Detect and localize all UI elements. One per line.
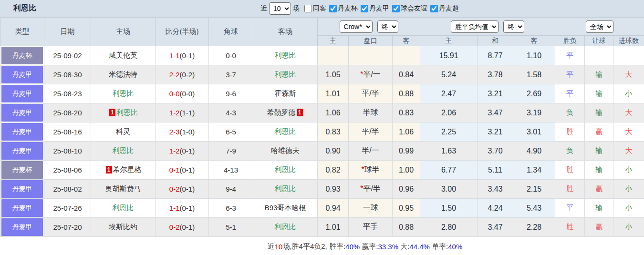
- handicap-result-cell: 输: [585, 142, 613, 161]
- col-header-goals: 进球数: [613, 36, 644, 46]
- recent-count-select[interactable]: 10: [269, 2, 291, 15]
- summary-part: 44.4%: [409, 243, 430, 251]
- corner-cell: 9-4: [209, 180, 253, 199]
- team-name: 利恩比: [275, 51, 296, 59]
- avg-home-cell: 2.47: [420, 84, 478, 103]
- early-odds-asterisk: *: [360, 184, 363, 193]
- avg-odds-select[interactable]: 胜平负均值: [451, 20, 499, 33]
- table-row: 丹麦杯25-09-02咸美伦英1-1(0-1)0-0利恩比15.918.771.…: [0, 46, 644, 65]
- odds-away-cell: 0.96: [393, 180, 420, 199]
- table-header: 类型 日期 主场 比分(半场) 角球 客场 Crow* 终 胜平负均值 终: [0, 18, 644, 46]
- avg-away-cell: 1.10: [513, 46, 555, 65]
- avg-away-cell: 3.19: [513, 103, 555, 122]
- league-first-division-checkbox[interactable]: [361, 5, 368, 12]
- handicap-result-cell: 赢: [585, 180, 613, 199]
- handicap-cell: *球半: [349, 161, 393, 180]
- team-name: 咸美伦英: [109, 51, 137, 59]
- away-team-cell: 利恩比: [253, 180, 318, 199]
- score-cell: 0-2(0-1): [156, 180, 209, 199]
- handicap-cell: 平/半: [349, 122, 393, 142]
- period-select[interactable]: 全场: [586, 20, 613, 33]
- score-cell: 1-1(0-1): [156, 46, 209, 65]
- league-type-badge: 丹麦甲: [1, 180, 43, 198]
- avg-home-cell: 2.25: [420, 122, 478, 142]
- fulltime-score: 0-2: [169, 223, 180, 231]
- table-row: 丹麦甲25-08-201利恩比1-2(1-1)4-3希勒罗德11.06半球0.8…: [0, 103, 644, 122]
- result-cell: 负: [555, 103, 585, 122]
- score-cell: 0-2(0-1): [156, 218, 209, 237]
- league-type-cell: 丹麦甲: [0, 65, 44, 84]
- team-name: 利恩比: [275, 127, 296, 135]
- avg-time-select[interactable]: 终: [503, 20, 524, 33]
- corner-cell: 0-0: [209, 46, 253, 65]
- handicap-cell: *半/一: [349, 65, 393, 84]
- team-name: 希勒罗德: [267, 108, 296, 116]
- col-header-date: 日期: [44, 18, 91, 46]
- red-card-badge: 1: [106, 166, 112, 173]
- date-cell: 25-08-30: [44, 65, 91, 84]
- goals-result-cell: 小: [613, 218, 644, 237]
- bookmaker-select[interactable]: Crow*: [340, 20, 373, 33]
- league-type-badge: 丹麦甲: [1, 66, 43, 83]
- avg-draw-cell: 3.21: [478, 122, 513, 142]
- date-cell: 25-09-02: [44, 46, 91, 65]
- halftime-score: (0-2): [180, 71, 195, 79]
- result-cell: 胜: [555, 122, 585, 142]
- goals-result-cell: 大: [613, 122, 644, 142]
- result-cell: 胜: [555, 161, 585, 180]
- away-team-cell: 哈维德夫: [253, 142, 318, 161]
- summary-part: 单率:: [430, 242, 448, 251]
- col-header-avg-away: 客: [513, 36, 555, 46]
- halftime-score: (1-1): [180, 109, 195, 117]
- league-type-badge: 丹麦杯: [1, 161, 43, 179]
- away-team-cell: 希勒罗德1: [253, 103, 318, 122]
- table-row: 丹麦甲25-07-26利恩比1-1(0-1)6-3B93哥本哈根0.94一球0.…: [0, 199, 644, 218]
- result-cell: 平: [555, 199, 585, 218]
- table-row: 丹麦甲25-08-30米德法特2-2(0-2)3-7利恩比1.05*半/一0.8…: [0, 65, 644, 84]
- fulltime-score: 0-1: [169, 166, 180, 174]
- avg-home-cell: 2.80: [420, 218, 478, 237]
- col-header-result: 胜负: [555, 36, 585, 46]
- odds-away-cell: [393, 46, 420, 65]
- league-type-cell: 丹麦甲: [0, 142, 44, 161]
- fulltime-score: 2-3: [169, 128, 180, 136]
- league-type-badge: 丹麦甲: [1, 218, 43, 236]
- red-card-badge: 1: [109, 109, 115, 116]
- team-name: 利恩比: [275, 184, 296, 193]
- avg-draw-cell: 3.78: [478, 65, 513, 84]
- avg-away-cell: 2.69: [513, 84, 555, 103]
- odds-time-select[interactable]: 终: [377, 20, 398, 33]
- result-cell: 平: [555, 65, 585, 84]
- avg-home-cell: 3.00: [420, 180, 478, 199]
- handicap-result-cell: 赢: [585, 218, 613, 237]
- handicap-cell: [349, 46, 393, 65]
- home-team-cell: 利恩比: [91, 142, 156, 161]
- odds-home-cell: 0.93: [318, 180, 349, 199]
- home-team-cell: 米德法特: [91, 65, 156, 84]
- league-friendly-checkbox[interactable]: [392, 5, 400, 12]
- league-type-cell: 丹麦甲: [0, 122, 44, 142]
- same-away-label: 同客: [313, 4, 326, 13]
- league-type-cell: 丹麦甲: [0, 218, 44, 237]
- league-filter-cup: 丹麦杯: [326, 4, 358, 13]
- avg-draw-cell: 3.21: [478, 84, 513, 103]
- col-header-odds-home: 主: [318, 36, 349, 46]
- goals-result-cell: [613, 46, 644, 65]
- summary-line: 近10场,胜4平4负2, 胜率:40% 赢率:33.3% 大:44.4% 单率:…: [86, 237, 644, 255]
- league-superliga-checkbox[interactable]: [430, 5, 438, 12]
- recent-label: 近: [260, 4, 267, 13]
- score-cell: 2-3(1-0): [156, 122, 209, 142]
- odds-home-cell: 0.83: [318, 122, 349, 142]
- same-away-checkbox[interactable]: [304, 5, 312, 12]
- league-type-cell: 丹麦甲: [0, 84, 44, 103]
- league-cup-checkbox[interactable]: [329, 5, 337, 12]
- odds-home-cell: 1.06: [318, 103, 349, 122]
- odds-away-cell: 0.95: [393, 199, 420, 218]
- avg-draw-cell: 5.11: [478, 161, 513, 180]
- filter-controls: 近 10 场 同客 丹麦杯 丹麦甲 球会友谊 丹麦超: [259, 2, 459, 15]
- league-type-cell: 丹麦甲: [0, 103, 44, 122]
- goals-result-cell: 小: [613, 180, 644, 199]
- corner-cell: 4-3: [209, 103, 253, 122]
- league-type-cell: 丹麦杯: [0, 161, 44, 180]
- summary-part: 40%: [448, 243, 462, 251]
